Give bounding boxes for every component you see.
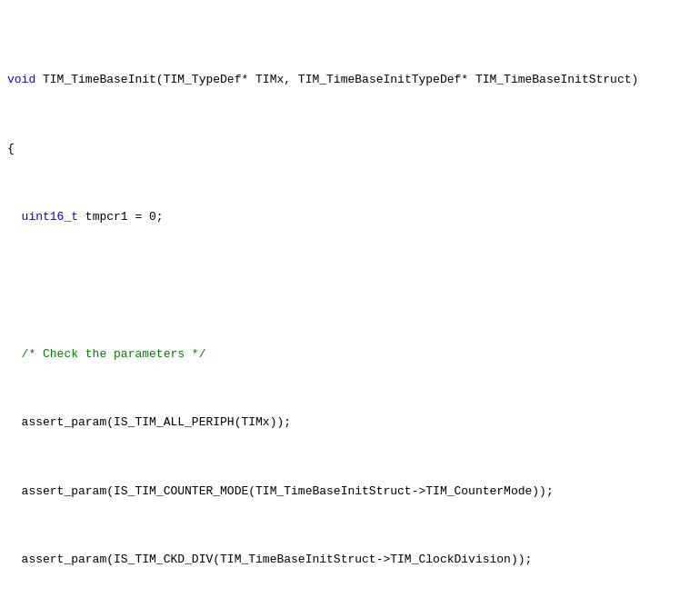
kw-uint16: uint16_t: [22, 210, 78, 224]
line-2: {: [7, 141, 693, 158]
line-4: [7, 278, 693, 295]
comment-check-params: /* Check the parameters */: [22, 347, 206, 361]
kw-void: void: [7, 73, 35, 86]
line-5: /* Check the parameters */: [7, 346, 693, 364]
line-1: void TIM_TimeBaseInit(TIM_TypeDef* TIMx,…: [7, 72, 693, 89]
line-6: assert_param(IS_TIM_ALL_PERIPH(TIMx));: [7, 414, 693, 432]
line-8: assert_param(IS_TIM_CKD_DIV(TIM_TimeBase…: [7, 552, 693, 569]
line-7: assert_param(IS_TIM_COUNTER_MODE(TIM_Tim…: [7, 483, 693, 501]
code-container: void TIM_TimeBaseInit(TIM_TypeDef* TIMx,…: [0, 0, 700, 608]
line-3: uint16_t tmpcr1 = 0;: [7, 209, 693, 226]
